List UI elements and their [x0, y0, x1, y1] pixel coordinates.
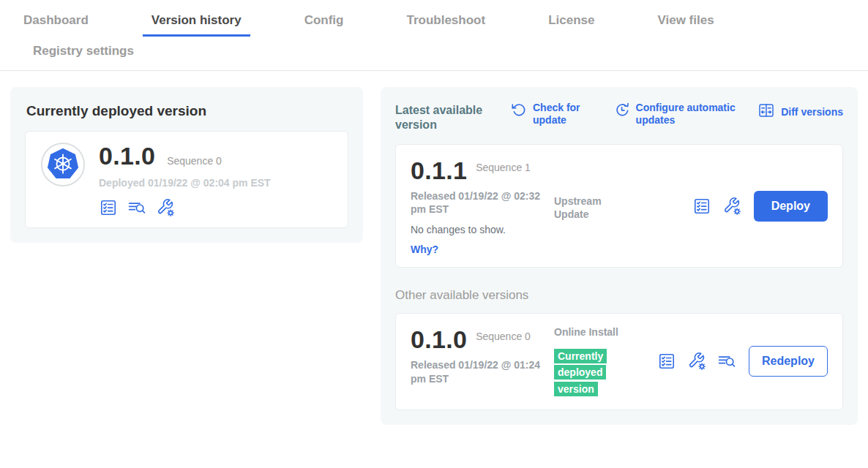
tab-troubleshoot[interactable]: Troubleshoot [397, 9, 494, 37]
other-version-number: 0.1.0 [411, 325, 467, 354]
new-version-card: 0.1.1 Sequence 1 Released 01/19/22 @ 02:… [395, 144, 843, 268]
top-navigation: Dashboard Version history Config Trouble… [0, 0, 868, 71]
configure-automatic-updates-link[interactable]: Configure automatic updates [614, 102, 744, 127]
currently-deployed-badge: Currently deployed version [554, 349, 607, 396]
diff-versions-label: Diff versions [781, 106, 843, 118]
other-versions-heading: Other available versions [395, 288, 843, 303]
no-changes-text: No changes to show. [411, 224, 554, 235]
configure-automatic-updates-label: Configure automatic updates [636, 102, 744, 127]
tab-version-history[interactable]: Version history [143, 9, 250, 37]
currently-deployed-panel: Currently deployed version 0.1.0 Sequenc… [10, 87, 363, 243]
why-link[interactable]: Why? [411, 244, 554, 255]
config-icon[interactable] [156, 198, 175, 217]
deployed-timestamp: Deployed 01/19/22 @ 02:04 pm EST [99, 177, 271, 189]
tab-license[interactable]: License [539, 9, 603, 37]
kubernetes-app-icon [40, 142, 86, 190]
preflight-checks-icon[interactable] [657, 352, 676, 371]
new-version-number: 0.1.1 [411, 156, 467, 185]
tab-view-files[interactable]: View files [648, 9, 722, 37]
other-version-source: Online Install [554, 325, 632, 339]
deploy-button[interactable]: Deploy [754, 191, 828, 222]
scheduled-update-icon [614, 102, 630, 121]
diff-versions-link[interactable]: Diff versions [757, 102, 843, 122]
preflight-checks-icon[interactable] [99, 198, 118, 217]
latest-available-panel: Latest available version Check for updat… [381, 87, 858, 425]
config-icon[interactable] [687, 352, 706, 371]
deployed-sequence: Sequence 0 [167, 155, 222, 167]
deploy-logs-icon[interactable] [127, 198, 146, 217]
main-content: Currently deployed version 0.1.0 Sequenc… [0, 71, 868, 425]
new-version-sequence: Sequence 1 [476, 156, 534, 174]
other-version-released: Released 01/19/22 @ 01:24 pm EST [411, 358, 544, 385]
latest-available-title: Latest available version [395, 102, 506, 132]
nav-row-2: Registry settings [0, 37, 868, 70]
other-version-sequence: Sequence 0 [476, 325, 534, 343]
tab-registry-settings[interactable]: Registry settings [24, 37, 143, 70]
deployed-version-number: 0.1.0 [99, 142, 155, 170]
new-version-released: Released 01/19/22 @ 02:32 pm EST [411, 189, 544, 216]
currently-deployed-title: Currently deployed version [26, 103, 348, 119]
check-for-update-label: Check for update [533, 102, 600, 127]
tab-dashboard[interactable]: Dashboard [15, 9, 97, 37]
refresh-icon [511, 102, 527, 121]
redeploy-button[interactable]: Redeploy [749, 346, 828, 377]
deploy-logs-icon[interactable] [717, 352, 736, 371]
config-icon[interactable] [722, 197, 741, 216]
nav-row-1: Dashboard Version history Config Trouble… [0, 9, 868, 37]
diff-icon [757, 102, 775, 122]
check-for-update-link[interactable]: Check for update [511, 102, 600, 127]
tab-config[interactable]: Config [296, 9, 353, 37]
new-version-source: Upstream Update [554, 195, 632, 221]
other-version-card: 0.1.0 Sequence 0 Released 01/19/22 @ 01:… [395, 313, 843, 410]
preflight-checks-icon[interactable] [692, 197, 711, 216]
deployed-version-card: 0.1.0 Sequence 0 Deployed 01/19/22 @ 02:… [25, 131, 348, 228]
